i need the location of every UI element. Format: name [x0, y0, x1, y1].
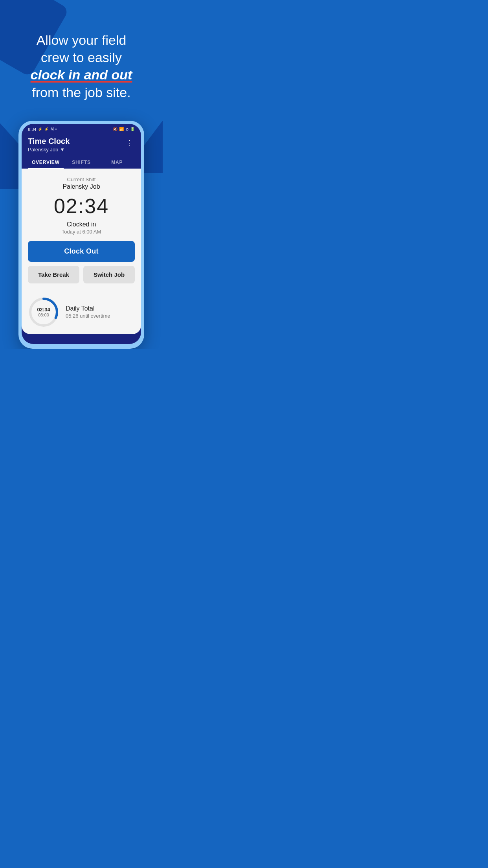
tab-shifts-label: SHIFTS — [72, 160, 90, 165]
hero-text: Allow your field crew to easily clock in… — [16, 31, 147, 101]
phone-outer: 8:34 ⚡ ⚡ M • 🔇 📶 ⊘ 🔋 — [18, 121, 144, 349]
switch-job-button[interactable]: Switch Job — [83, 266, 135, 283]
app-subtitle[interactable]: Palensky Job ▼ — [28, 147, 70, 153]
clock-status-main: Clocked in — [28, 221, 135, 228]
tabs-bar: OVERVIEW SHIFTS MAP — [22, 153, 141, 169]
status-bar: 8:34 ⚡ ⚡ M • 🔇 📶 ⊘ 🔋 — [22, 124, 141, 133]
daily-total-info: Daily Total 05:26 until overtime — [66, 305, 110, 319]
bolt-icon-1: ⚡ — [38, 127, 42, 131]
current-shift-label: Current Shift — [28, 177, 135, 182]
background: Allow your field crew to easily clock in… — [0, 0, 163, 349]
status-time: 8:34 — [28, 127, 36, 132]
status-left: 8:34 ⚡ ⚡ M • — [28, 127, 57, 132]
app-title: Time Clock — [28, 136, 70, 146]
progress-text: 02:34 08:00 — [37, 307, 50, 318]
daily-total-overtime: 05:26 until overtime — [66, 313, 110, 319]
tab-overview[interactable]: OVERVIEW — [28, 156, 64, 168]
daily-total-section: 02:34 08:00 Daily Total 05:26 until over… — [28, 296, 135, 328]
clock-status-time: Today at 6:00 AM — [28, 229, 135, 235]
chevron-down-icon: ▼ — [60, 147, 65, 153]
progress-ring: 02:34 08:00 — [28, 296, 59, 328]
clock-status-section: Clocked in Today at 6:00 AM — [28, 221, 135, 235]
action-buttons-group: Take Break Switch Job — [28, 266, 135, 283]
tab-overview-label: OVERVIEW — [32, 160, 60, 165]
hero-line3: from the job site. — [32, 85, 130, 100]
no-entry-icon: ⊘ — [125, 127, 128, 131]
progress-current-time: 02:34 — [37, 307, 50, 313]
status-right: 🔇 📶 ⊘ 🔋 — [113, 127, 135, 131]
section-divider — [28, 290, 135, 290]
app-header: Time Clock Palensky Job ▼ ⋮ — [22, 133, 141, 153]
mail-icon: M — [50, 127, 53, 131]
tab-map[interactable]: MAP — [99, 156, 135, 168]
wifi-off-icon: 📶 — [119, 127, 124, 131]
mute-icon: 🔇 — [113, 127, 117, 131]
current-shift-section: Current Shift Palensky Job — [28, 177, 135, 190]
clock-out-button[interactable]: Clock Out — [28, 241, 135, 262]
hero-line2: crew to easily — [41, 50, 122, 65]
current-shift-name: Palensky Job — [28, 183, 135, 190]
hero-line1: Allow your field — [37, 33, 127, 48]
tab-shifts[interactable]: SHIFTS — [64, 156, 99, 168]
bolt-icon-2: ⚡ — [44, 127, 49, 131]
tab-map-label: MAP — [111, 160, 123, 165]
more-options-button[interactable]: ⋮ — [124, 136, 135, 149]
daily-total-label: Daily Total — [66, 305, 110, 312]
phone-inner: 8:34 ⚡ ⚡ M • 🔇 📶 ⊘ 🔋 — [22, 124, 141, 344]
hero-section: Allow your field crew to easily clock in… — [0, 0, 163, 117]
hero-highlight: clock in and out — [31, 67, 132, 82]
battery-icon: 🔋 — [130, 127, 135, 131]
app-title-group: Time Clock Palensky Job ▼ — [28, 136, 70, 153]
dot-icon: • — [55, 127, 57, 131]
screen-content: Current Shift Palensky Job 02:34 Clocked… — [22, 169, 141, 334]
phone-mockup: 8:34 ⚡ ⚡ M • 🔇 📶 ⊘ 🔋 — [0, 121, 163, 349]
job-name: Palensky Job — [28, 147, 58, 153]
take-break-button[interactable]: Take Break — [28, 266, 79, 283]
progress-total-time: 08:00 — [37, 313, 50, 318]
timer-display: 02:34 — [28, 194, 135, 218]
